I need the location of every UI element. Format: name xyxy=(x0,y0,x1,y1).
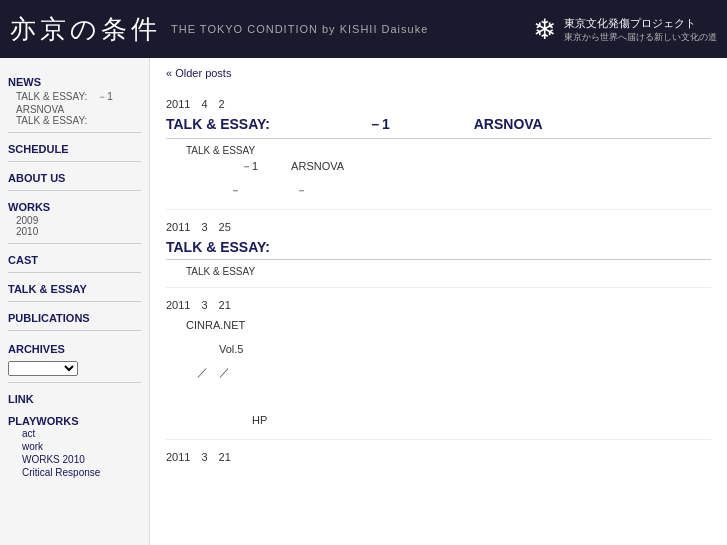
sidebar: NEWS TALK & ESSAY: －1 ARSNOVA TALK & ESS… xyxy=(0,58,150,545)
sidebar-works-2010[interactable]: 2010 xyxy=(8,226,141,237)
post1-content1: －1 ARSNOVA xyxy=(166,158,711,176)
sidebar-divider-4 xyxy=(8,243,141,244)
post3-content2: ／ ／ xyxy=(166,364,711,382)
post3-meta: CINRA.NET xyxy=(166,317,711,335)
post3-date: 2011 3 21 xyxy=(166,298,711,313)
sidebar-arsnova-label: ARSNOVA xyxy=(16,104,64,115)
header-logo-right: ❄ 東京文化発傷プロジェクト 東京から世界へ届ける新しい文化の道 xyxy=(533,13,717,46)
older-posts-link[interactable]: « Older posts xyxy=(166,67,231,79)
sidebar-news-label: NEWS xyxy=(8,76,141,88)
post2-title-link[interactable]: TALK & ESSAY: xyxy=(166,239,270,255)
post2-date: 2011 3 25 xyxy=(166,220,711,235)
post3-content3 xyxy=(166,388,711,406)
sidebar-divider-1 xyxy=(8,132,141,133)
playworks-act[interactable]: act xyxy=(8,427,141,440)
sidebar-divider-8 xyxy=(8,382,141,383)
archives-label: ARCHIVES xyxy=(8,343,141,355)
snowflake-icon: ❄ xyxy=(533,13,556,46)
post-divider-1 xyxy=(166,209,711,210)
logo-right-line2: 東京から世界へ届ける新しい文化の道 xyxy=(564,30,717,43)
logo-right-line1: 東京文化発傷プロジェクト xyxy=(564,15,717,30)
post-divider-3 xyxy=(166,439,711,440)
sidebar-news-item-1[interactable]: TALK & ESSAY: －1 xyxy=(8,90,141,104)
sidebar-talk-essay-minus1-label: TALK & ESSAY: －1 xyxy=(16,91,113,102)
sidebar-divider-7 xyxy=(8,330,141,331)
main-content: « Older posts 2011 4 2 TALK & ESSAY: －1 … xyxy=(150,58,727,545)
sidebar-works-label[interactable]: WORKS xyxy=(8,201,141,213)
playworks-work[interactable]: work xyxy=(8,440,141,453)
layout: NEWS TALK & ESSAY: －1 ARSNOVA TALK & ESS… xyxy=(0,58,727,545)
sidebar-cast-label[interactable]: CAST xyxy=(8,254,141,266)
header-title: THE TOKYO CONDITION by KISHII Daisuke xyxy=(171,23,428,35)
post1-title[interactable]: TALK & ESSAY: －1 ARSNOVA xyxy=(166,116,711,139)
post4-date: 2011 3 21 xyxy=(166,450,711,465)
archives-section: ARCHIVES xyxy=(8,343,141,376)
logo-symbol-left: 亦京の条件 xyxy=(10,12,161,47)
post3-content4: HP xyxy=(166,412,711,430)
playworks-section: PLAYWORKS act work WORKS 2010 Critical R… xyxy=(8,415,141,479)
playworks-label[interactable]: PLAYWORKS xyxy=(8,415,141,427)
header: 亦京の条件 THE TOKYO CONDITION by KISHII Dais… xyxy=(0,0,727,58)
header-logo-right-text: 東京文化発傷プロジェクト 東京から世界へ届ける新しい文化の道 xyxy=(564,15,717,43)
link-section: LINK xyxy=(8,393,141,405)
sidebar-schedule-label[interactable]: SCHEDULE xyxy=(8,143,141,155)
post1-title-link[interactable]: TALK & ESSAY: －1 ARSNOVA xyxy=(166,116,543,132)
post-divider-2 xyxy=(166,287,711,288)
sidebar-divider-6 xyxy=(8,301,141,302)
sidebar-talk-essay-label[interactable]: TALK & ESSAY xyxy=(8,283,141,295)
sidebar-news-item-3[interactable]: TALK & ESSAY: xyxy=(8,115,141,126)
sidebar-divider-5 xyxy=(8,272,141,273)
post2-title[interactable]: TALK & ESSAY: xyxy=(166,239,711,260)
sidebar-news-item-2[interactable]: ARSNOVA xyxy=(8,104,141,115)
archives-select[interactable] xyxy=(8,361,78,376)
link-label: LINK xyxy=(8,393,141,405)
sidebar-about-label[interactable]: ABOUT US xyxy=(8,172,141,184)
post1-meta: TALK & ESSAY xyxy=(166,145,711,156)
playworks-critical-response[interactable]: Critical Response xyxy=(8,466,141,479)
sidebar-publications-label[interactable]: PUBLICATIONS xyxy=(8,312,141,324)
sidebar-divider-2 xyxy=(8,161,141,162)
sidebar-talk-essay2-label: TALK & ESSAY: xyxy=(16,115,87,126)
post3-content1: Vol.5 xyxy=(166,341,711,359)
sidebar-divider-3 xyxy=(8,190,141,191)
post2-meta: TALK & ESSAY xyxy=(166,266,711,277)
post1-content2: － － xyxy=(166,182,711,200)
header-logo-left: 亦京の条件 THE TOKYO CONDITION by KISHII Dais… xyxy=(10,12,428,47)
playworks-works2010[interactable]: WORKS 2010 xyxy=(8,453,141,466)
post1-date: 2011 4 2 xyxy=(166,97,711,112)
sidebar-works-2009[interactable]: 2009 xyxy=(8,215,141,226)
